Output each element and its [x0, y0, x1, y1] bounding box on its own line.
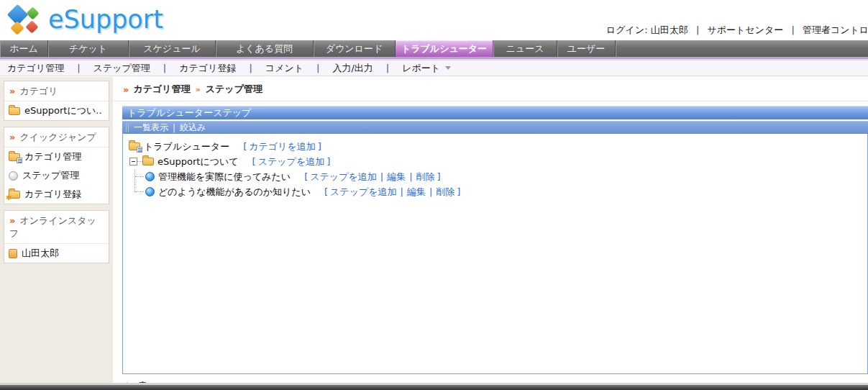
- add-category-link[interactable]: カテゴリを追加: [249, 141, 316, 152]
- submenu-separator: |: [77, 63, 80, 73]
- bracket: ]: [326, 156, 330, 167]
- edit-link[interactable]: 編集: [407, 186, 426, 197]
- submenu-category-management[interactable]: カテゴリ管理: [7, 62, 64, 75]
- tree-root-actions: [カテゴリを追加]: [241, 140, 324, 153]
- breadcrumb-category-management: カテゴリ管理: [133, 83, 190, 96]
- esupport-logo: eSupport: [7, 4, 163, 35]
- submenu-import-export[interactable]: 入力/出力: [332, 62, 373, 75]
- breadcrumb-separator-icon: »: [196, 85, 201, 94]
- submenu-category-register[interactable]: カテゴリ登録: [179, 62, 236, 75]
- submenu-separator: |: [316, 63, 319, 73]
- add-step-link[interactable]: ステップを追加: [330, 186, 397, 197]
- sidebar-quickjump-box: »クイックジャンプ カテゴリ管理 ステップ管理 ✱ カテゴリ登録: [4, 127, 109, 204]
- edit-link[interactable]: 編集: [387, 171, 406, 182]
- tree-root-label: トラブルシューター: [144, 140, 229, 153]
- tree-step-actions: [ステップを追加|編集|削除]: [302, 171, 442, 183]
- staff-icon: [9, 249, 17, 258]
- folder-icon: [9, 107, 20, 115]
- tree-step-actions: [ステップを追加|編集|削除]: [322, 186, 462, 199]
- tab-troubleshooter[interactable]: トラブルシューター: [396, 40, 493, 57]
- esupport-logo-icon: [7, 4, 40, 35]
- bracket: ]: [437, 171, 441, 182]
- sidebar: »カテゴリ eSupportについ.. »クイックジャンプ カテゴリ管理 ステッ…: [0, 77, 113, 384]
- bracket: ]: [318, 141, 321, 152]
- breadcrumb-divider: [114, 101, 868, 101]
- sidebar-item-label: カテゴリ管理: [24, 150, 81, 163]
- breadcrumb-step-management: ステップ管理: [206, 83, 262, 96]
- troubleshooter-submenu: カテゴリ管理 | ステップ管理 | カテゴリ登録 | コメント | 入力/出力 …: [0, 60, 868, 76]
- folder-new-icon: ✱: [9, 191, 20, 199]
- sidebar-online-staff-box: »オンラインスタッフ 山田太郎: [4, 210, 109, 263]
- list-view-link[interactable]: 一覧表示: [134, 122, 168, 134]
- sidebar-quickjump-title: クイックジャンプ: [19, 132, 96, 142]
- sidebar-category-title: カテゴリ: [19, 86, 58, 96]
- nav-filler: [616, 40, 868, 57]
- folder-list-icon: [129, 142, 140, 150]
- bracket: [: [324, 186, 328, 197]
- sidebar-quickjump-header: »クイックジャンプ: [4, 127, 109, 148]
- logo-diamond-orange: [10, 21, 24, 35]
- tree-connector: [132, 184, 145, 199]
- sidebar-online-staff-title: オンラインスタッフ: [9, 215, 96, 239]
- delete-link[interactable]: 削除: [436, 186, 454, 197]
- tab-download[interactable]: ダウンロード: [314, 40, 396, 57]
- logged-in-user-name: 山田太郎: [651, 24, 688, 35]
- sidebar-item-category-register[interactable]: ✱ カテゴリ登録: [4, 185, 109, 204]
- sidebar-item-category-management[interactable]: カテゴリ管理: [4, 148, 109, 166]
- collapse-minus-icon[interactable]: [129, 158, 137, 165]
- step-circle-icon: [145, 172, 155, 181]
- list-badge-icon: [137, 147, 142, 153]
- tree-connector-dots: [137, 161, 142, 162]
- sidebar-item-esupport-category[interactable]: eSupportについ..: [4, 101, 109, 120]
- logo-diamond-red: [25, 20, 38, 33]
- folder-icon: [142, 158, 154, 165]
- tab-faq[interactable]: よくある質問: [216, 40, 314, 57]
- tree-category-row: eSupportについて [ステップを追加]: [126, 154, 867, 169]
- tab-schedule[interactable]: スケジュール: [129, 40, 216, 57]
- tree-connector: [132, 169, 145, 184]
- tree-step-row: どのような機能があるのか知りたい [ステップを追加|編集|削除]: [126, 184, 867, 199]
- submenu-report-label: レポート: [402, 62, 440, 75]
- chevron-down-icon: [445, 66, 451, 70]
- sidebar-item-label: ステップ管理: [22, 169, 79, 182]
- star-badge-icon: ✱: [6, 194, 12, 201]
- tab-news[interactable]: ニュース: [493, 40, 557, 57]
- sidebar-item-staff-yamada[interactable]: 山田太郎: [4, 244, 109, 263]
- tree-category-label: eSupportについて: [157, 155, 239, 168]
- tab-user[interactable]: ユーザー: [557, 40, 616, 57]
- action-separator: |: [429, 186, 432, 197]
- submenu-report[interactable]: レポート: [402, 62, 451, 75]
- login-bar: ログイン: 山田太郎 | サポートセンター | 管理者コントロールパネル | ロ…: [606, 24, 868, 37]
- bracket: ]: [457, 186, 460, 197]
- login-separator: |: [696, 24, 699, 35]
- sidebar-category-box: »カテゴリ eSupportについ..: [4, 81, 109, 121]
- bracket: [: [243, 141, 247, 152]
- add-step-link[interactable]: ステップを追加: [310, 171, 377, 182]
- sidebar-item-label: 山田太郎: [22, 247, 59, 260]
- tab-home[interactable]: ホーム: [0, 40, 48, 57]
- bracket: [: [304, 171, 308, 182]
- submenu-step-management[interactable]: ステップ管理: [93, 62, 150, 75]
- footer-bar: [0, 385, 868, 390]
- main-nav: ホーム チケット スケジュール よくある質問 ダウンロード トラブルシューター …: [0, 40, 868, 57]
- submenu-comment[interactable]: コメント: [265, 62, 303, 75]
- sidebar-item-step-management[interactable]: ステップ管理: [4, 166, 109, 185]
- panel-toolbar: 一覧表示 | 絞込み: [122, 121, 868, 134]
- toolbar-separator: |: [173, 123, 175, 133]
- tree-root-row: トラブルシューター [カテゴリを追加]: [126, 139, 867, 154]
- filter-link[interactable]: 絞込み: [180, 122, 206, 134]
- tree-step-label: どのような機能があるのか知りたい: [158, 186, 311, 199]
- chevron-right-icon: »: [9, 132, 15, 142]
- support-center-link[interactable]: サポートセンター: [707, 24, 783, 35]
- step-circle-icon: [9, 171, 18, 181]
- chevron-right-icon: »: [123, 84, 129, 95]
- tab-ticket[interactable]: チケット: [48, 40, 129, 57]
- app-header: eSupport ログイン: 山田太郎 | サポートセンター | 管理者コントロ…: [0, 0, 868, 40]
- folder-list-icon: [9, 153, 20, 161]
- submenu-separator: |: [249, 63, 252, 73]
- delete-link[interactable]: 削除: [416, 171, 435, 182]
- add-step-link[interactable]: ステップを追加: [258, 156, 325, 167]
- step-circle-icon: [145, 187, 155, 196]
- bracket: [: [252, 156, 256, 167]
- admin-control-panel-link[interactable]: 管理者コントロールパネル: [803, 24, 868, 35]
